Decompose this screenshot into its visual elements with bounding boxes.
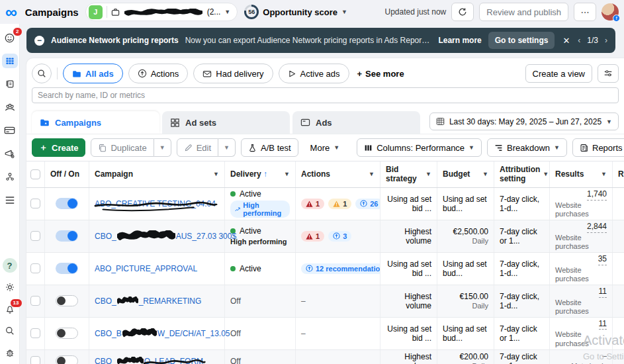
sidebar-top-icons: 2 (2, 30, 18, 207)
refresh-button[interactable] (451, 3, 474, 21)
column-header-bid-strategy[interactable]: Bid strategy▼ (380, 161, 437, 187)
account-name-suffix: (2... (207, 7, 221, 17)
breakdown-icon (494, 144, 503, 152)
column-header-budget[interactable]: Budget▼ (437, 161, 494, 187)
create-a-view-button[interactable]: Create a view (525, 64, 592, 83)
edit-dropdown-button[interactable]: ▼ (218, 138, 236, 157)
rec-chip[interactable]: 12 recommendations (301, 263, 380, 274)
search-input[interactable] (32, 87, 619, 103)
campaign-toggle[interactable] (56, 355, 78, 364)
pages-icon (5, 79, 15, 89)
column-header-delivery[interactable]: Delivery ↑▼ (225, 161, 296, 187)
learn-more-link[interactable]: Learn more (438, 36, 481, 45)
view-settings-button[interactable] (598, 64, 619, 83)
row-checkbox[interactable] (30, 356, 40, 364)
reports-button[interactable]: Reports▼ (572, 138, 624, 157)
filter-pill-active-ads[interactable]: Active ads (279, 64, 349, 83)
filter-pill-had-delivery[interactable]: Had delivery (193, 64, 273, 83)
breakdown-button[interactable]: Breakdown▼ (487, 138, 567, 157)
error-chip[interactable]: 1 (301, 199, 324, 209)
campaign-toggle[interactable] (56, 230, 78, 242)
meta-logo-icon[interactable]: ∞ (5, 4, 17, 21)
sidebar-item-all-tools-menu[interactable] (2, 193, 18, 207)
budget-cell: Using ad set bud... (437, 188, 494, 220)
campaign-toggle[interactable] (56, 328, 78, 339)
column-header-results[interactable]: Results▼ (550, 161, 613, 187)
next-page-icon[interactable]: › (605, 36, 607, 45)
level-tabs: Campaigns Ad sets Ads Last 30 days: May … (26, 109, 624, 134)
campaign-name-link[interactable]: CBO_O_LEAD_FORM (95, 357, 203, 364)
campaign-name-link[interactable]: CBO__REMARKETING (95, 296, 201, 306)
ab-test-button[interactable]: A/B test (241, 138, 298, 157)
go-to-settings-button[interactable]: Go to settings (488, 32, 555, 49)
sidebar-item-audiences[interactable] (2, 100, 18, 114)
campaign-toggle[interactable] (56, 295, 78, 306)
sidebar-item-billing[interactable] (2, 123, 18, 138)
columns-button[interactable]: Columns: Performance▼ (357, 138, 482, 157)
warn-chip[interactable]: 1 (328, 199, 351, 209)
minus-circle-icon: − (34, 36, 44, 46)
delivery-cell: Active (225, 253, 296, 285)
close-icon[interactable]: ✕ (561, 36, 571, 46)
date-range-selector[interactable]: Last 30 days: May 29, 2025 – Jun 27, 202… (429, 113, 619, 130)
ad-account-selector[interactable]: J (2... ▼ (85, 3, 238, 21)
more-button[interactable]: More▼ (304, 138, 347, 157)
page-title: Campaigns (25, 7, 79, 18)
column-header-actions[interactable]: Actions▼ (296, 161, 380, 187)
column-header-campaign[interactable]: Campaign▼ (89, 161, 225, 187)
results-cell: 35Website purchases (550, 253, 613, 285)
campaign-name-link[interactable]: ABO_CREATIVE TESTING_04.04 (95, 199, 216, 208)
pencil-icon (184, 144, 193, 152)
row-checkbox[interactable] (30, 199, 40, 208)
sidebar-item-campaigns-table[interactable] (2, 54, 18, 68)
row-checkbox[interactable] (30, 328, 40, 338)
row-checkbox[interactable] (30, 263, 40, 273)
filter-row: All ads Actions Had delivery Active ads … (26, 58, 624, 87)
see-more-filters[interactable]: + See more (357, 69, 404, 79)
sidebar-item-settings-gear[interactable] (2, 280, 18, 295)
row-checkbox[interactable] (30, 231, 40, 241)
search-filter-button[interactable] (32, 64, 52, 83)
opportunity-score[interactable]: 56 Opportunity score ▼ (244, 5, 347, 19)
attribution-cell: 7-day click, 1-d... (494, 285, 550, 317)
rec-chip[interactable]: 3 (328, 231, 351, 242)
delivery-cell: Off (225, 350, 296, 364)
chevron-down-icon: ▼ (601, 171, 607, 177)
sidebar-item-notifications-bell[interactable]: 13 (2, 302, 18, 316)
duplicate-dropdown-button[interactable]: ▼ (154, 138, 171, 157)
filter-pill-actions[interactable]: Actions (128, 64, 189, 83)
row-checkbox[interactable] (30, 296, 40, 306)
chevron-down-icon: ▼ (284, 171, 290, 177)
tab-ads[interactable]: Ads (292, 111, 420, 134)
sidebar-item-business-assets[interactable] (2, 169, 18, 184)
sidebar-item-search[interactable] (2, 324, 18, 338)
edit-button[interactable]: Edit (177, 138, 218, 157)
campaign-toggle[interactable] (56, 198, 78, 209)
campaign-toggle[interactable] (56, 263, 78, 274)
tab-ad-sets[interactable]: Ad sets (162, 111, 290, 134)
error-chip[interactable]: 1 (301, 231, 324, 242)
review-and-publish-button[interactable]: Review and publish (479, 3, 568, 21)
column-header-extra: Re (613, 161, 624, 187)
campaign-name-link[interactable]: ABO_PICTURE_APPROVAL (95, 264, 197, 273)
more-options-button[interactable]: ⋯ (574, 3, 596, 21)
sidebar-item-ads-promote[interactable] (2, 146, 18, 161)
user-avatar[interactable]: f (602, 3, 619, 21)
attribution-cell: 7-day click or 1... (494, 220, 550, 252)
tab-campaigns[interactable]: Campaigns (32, 111, 159, 134)
sidebar-item-home-smiley[interactable]: 2 (2, 30, 18, 45)
sidebar-item-bug[interactable] (2, 345, 18, 360)
column-header-attribution[interactable]: Attribution setting▼ (494, 161, 550, 187)
create-button[interactable]: ＋Create (32, 138, 85, 157)
campaign-name-link[interactable]: CBO_BW_DE/CH/AT_13.05 (95, 328, 230, 338)
duplicate-button[interactable]: Duplicate (91, 138, 154, 157)
campaign-name-link[interactable]: CBO_AUS_27.03 300$ (95, 230, 236, 242)
sidebar-item-help[interactable]: ? (3, 258, 17, 273)
rec-chip[interactable]: 26 (355, 199, 380, 209)
select-all-checkbox[interactable] (30, 169, 40, 179)
redaction-scribble (117, 357, 144, 364)
sidebar-item-pages[interactable] (2, 77, 18, 91)
main-content-card: All ads Actions Had delivery Active ads … (26, 58, 624, 364)
previous-page-icon[interactable]: ‹ (578, 36, 580, 45)
filter-pill-all-ads[interactable]: All ads (63, 64, 123, 83)
